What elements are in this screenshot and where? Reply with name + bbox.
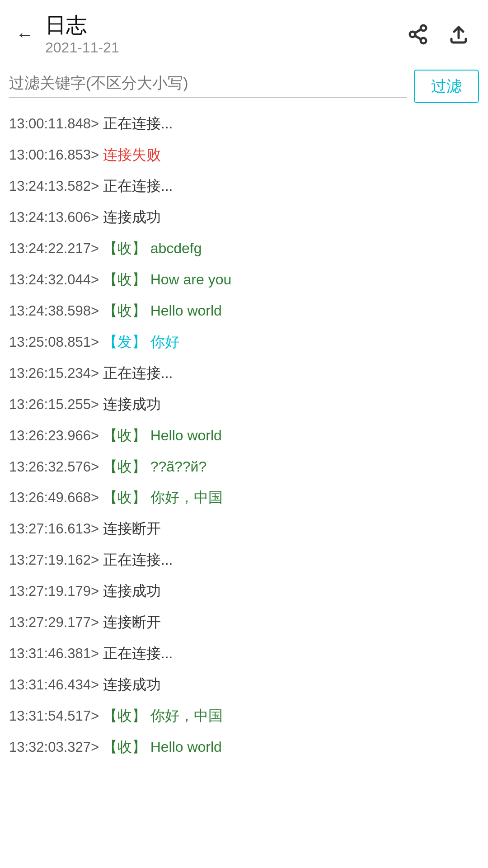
log-entry: 13:31:54.517> 【收】 你好，中国	[9, 705, 479, 726]
log-entry: 13:31:46.381> 正在连接...	[9, 643, 479, 664]
filter-bar: 过滤	[0, 65, 488, 102]
log-entry: 13:24:32.044> 【收】 How are you	[9, 269, 479, 290]
log-content: 连接成功	[103, 207, 479, 227]
log-content: 【收】 你好，中国	[103, 487, 479, 508]
log-entry: 13:26:15.255> 连接成功	[9, 394, 479, 415]
log-entry: 13:24:13.606> 连接成功	[9, 207, 479, 228]
log-content: 连接成功	[103, 580, 479, 601]
log-entry: 13:27:29.177> 连接断开	[9, 612, 479, 633]
log-time: 13:00:11.848>	[9, 114, 103, 134]
log-time: 13:27:16.613>	[9, 519, 103, 539]
log-content: 连接断开	[103, 612, 479, 632]
log-time: 13:24:13.582>	[9, 176, 103, 197]
log-entry: 13:32:03.327> 【收】 Hello world	[9, 736, 479, 758]
filter-input[interactable]	[9, 74, 407, 92]
back-arrow-icon: ←	[16, 24, 34, 45]
log-entry: 13:00:11.848> 正在连接...	[9, 113, 479, 134]
log-content: 正在连接...	[103, 113, 479, 134]
log-time: 13:27:19.162>	[9, 550, 103, 571]
log-time: 13:31:46.381>	[9, 644, 103, 664]
filter-input-wrap	[9, 74, 407, 98]
log-content: 连接失败	[103, 144, 479, 165]
log-time: 13:24:13.606>	[9, 208, 103, 228]
log-time: 13:24:22.217>	[9, 239, 103, 259]
log-content: 【收】 ??ã??й?	[103, 456, 479, 477]
log-entry: 13:31:46.434> 连接成功	[9, 674, 479, 695]
page-title: 日志	[45, 13, 402, 38]
log-time: 13:32:03.327>	[9, 737, 103, 758]
svg-line-3	[415, 36, 421, 39]
log-content: 正在连接...	[103, 643, 479, 664]
log-entry: 13:25:08.851> 【发】 你好	[9, 331, 479, 353]
log-entry: 13:26:32.576> 【收】 ??ã??й?	[9, 456, 479, 477]
log-content: 【收】 abcdefg	[103, 238, 479, 259]
log-entry: 13:27:19.162> 正在连接...	[9, 549, 479, 571]
log-time: 13:31:54.517>	[9, 706, 103, 726]
log-time: 13:26:49.668>	[9, 488, 103, 508]
log-time: 13:26:15.255>	[9, 395, 103, 415]
log-time: 13:26:32.576>	[9, 457, 103, 477]
log-entry: 13:24:38.598> 【收】 Hello world	[9, 300, 479, 321]
share-icon	[407, 24, 429, 45]
log-entry: 13:26:15.234> 正在连接...	[9, 363, 479, 384]
log-time: 13:27:19.179>	[9, 581, 103, 602]
log-content: 【收】 How are you	[103, 269, 479, 290]
page-date: 2021-11-21	[45, 39, 402, 56]
log-content: 【发】 你好	[103, 331, 479, 352]
log-content: 【收】 你好，中国	[103, 705, 479, 726]
log-list: 13:00:11.848> 正在连接... 13:00:16.853> 连接失败…	[0, 102, 488, 786]
log-entry: 13:27:16.613> 连接断开	[9, 518, 479, 539]
export-button[interactable]	[443, 19, 474, 50]
log-content: 正在连接...	[103, 549, 479, 570]
export-icon	[448, 24, 469, 45]
svg-line-4	[415, 29, 421, 33]
log-time: 13:24:38.598>	[9, 301, 103, 321]
log-time: 13:25:08.851>	[9, 332, 103, 353]
log-entry: 13:26:49.668> 【收】 你好，中国	[9, 487, 479, 508]
log-content: 连接成功	[103, 394, 479, 415]
log-content: 连接成功	[103, 674, 479, 695]
log-entry: 13:00:16.853> 连接失败	[9, 144, 479, 165]
log-entry: 13:24:22.217> 【收】 abcdefg	[9, 238, 479, 259]
log-content: 正在连接...	[103, 363, 479, 383]
filter-button[interactable]: 过滤	[414, 70, 479, 103]
log-content: 【收】 Hello world	[103, 425, 479, 446]
header: ← 日志 2021-11-21	[0, 0, 488, 65]
share-button[interactable]	[402, 19, 434, 50]
log-time: 13:31:46.434>	[9, 675, 103, 695]
log-time: 13:26:15.234>	[9, 363, 103, 384]
log-entry: 13:24:13.582> 正在连接...	[9, 175, 479, 197]
log-content: 【收】 Hello world	[103, 300, 479, 321]
log-content: 正在连接...	[103, 175, 479, 196]
log-time: 13:00:16.853>	[9, 145, 103, 165]
header-actions	[402, 19, 474, 50]
log-time: 13:27:29.177>	[9, 613, 103, 633]
log-entry: 13:27:19.179> 连接成功	[9, 580, 479, 602]
log-content: 【收】 Hello world	[103, 736, 479, 757]
log-entry: 13:26:23.966> 【收】 Hello world	[9, 425, 479, 446]
log-time: 13:24:32.044>	[9, 270, 103, 290]
back-button[interactable]: ←	[9, 19, 41, 50]
log-content: 连接断开	[103, 518, 479, 539]
title-block: 日志 2021-11-21	[45, 13, 402, 56]
log-time: 13:26:23.966>	[9, 426, 103, 446]
